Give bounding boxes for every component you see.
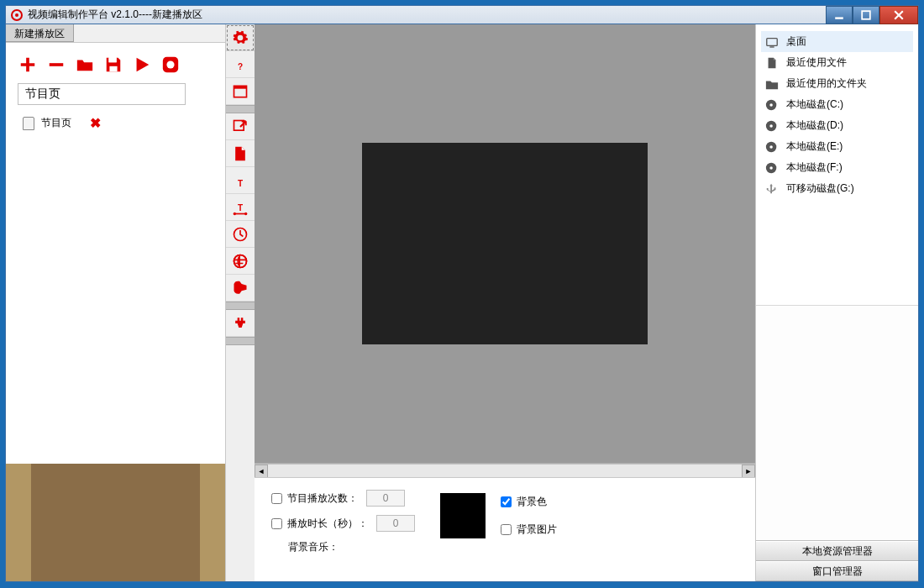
left-tab-strip: 新建播放区 [6, 24, 225, 43]
camera-tool[interactable] [226, 275, 255, 302]
file-tool[interactable] [226, 140, 255, 167]
disk-icon [764, 119, 780, 133]
horizontal-scrollbar[interactable]: ◄ ► [255, 464, 755, 477]
tree-item[interactable]: 可移动磁盘(G:) [761, 178, 913, 199]
bgcolor-swatch[interactable] [440, 493, 486, 538]
duration-checkbox[interactable] [271, 518, 282, 529]
app-logo-icon [11, 9, 23, 21]
local-resource-button[interactable]: 本地资源管理器 [756, 541, 918, 561]
svg-rect-4 [109, 66, 117, 71]
web-tool[interactable] [226, 248, 255, 275]
svg-text:T: T [238, 203, 243, 213]
window-tool[interactable] [226, 78, 255, 105]
svg-text:T: T [238, 178, 243, 187]
svg-point-27 [769, 166, 773, 170]
tree-item-label: 本地磁盘(D:) [786, 118, 843, 133]
play-area-tab[interactable]: 新建播放区 [6, 24, 74, 42]
properties-panel: 节目播放次数： 播放时长（秒）： 背景音乐： 背景色 [255, 477, 755, 581]
tree-item[interactable]: 最近使用文件 [761, 52, 913, 73]
left-toolbar [6, 43, 225, 81]
page-name-input[interactable] [18, 83, 186, 105]
text-tool[interactable]: T [226, 167, 255, 194]
page-item-label: 节目页 [41, 116, 71, 130]
maximize-button[interactable] [853, 6, 879, 24]
svg-point-25 [769, 145, 773, 149]
plugin-tool[interactable] [226, 310, 255, 337]
center-panel: ◄ ► 节目播放次数： 播放时长（秒）： 背景音乐： [255, 24, 755, 581]
bgimage-field[interactable]: 背景图片 [501, 522, 557, 537]
window-controls [826, 6, 918, 24]
svg-rect-3 [109, 58, 117, 63]
bgcolor-label: 背景色 [517, 495, 547, 509]
tree-item-label: 本地磁盘(F:) [786, 160, 843, 175]
duration-input [376, 515, 415, 532]
bgm-label: 背景音乐： [288, 540, 415, 554]
tree-item-label: 最近使用文件 [786, 55, 847, 70]
svg-rect-0 [835, 17, 843, 18]
page-list-item[interactable]: 节目页 ✖ [6, 110, 225, 136]
bgcolor-field[interactable]: 背景色 [501, 495, 557, 509]
disk-icon [764, 98, 780, 112]
tree-item[interactable]: 本地磁盘(E:) [761, 136, 913, 157]
scroll-right-icon[interactable]: ► [742, 465, 755, 478]
help-tool[interactable]: ? [226, 51, 255, 78]
play-button[interactable] [132, 55, 152, 75]
svg-point-21 [769, 103, 773, 107]
usb-icon [764, 182, 780, 196]
record-button[interactable] [160, 55, 181, 75]
monitor-icon [764, 35, 780, 49]
minimize-button[interactable] [826, 6, 853, 24]
window-manager-button[interactable]: 窗口管理器 [756, 561, 918, 581]
add-button[interactable] [18, 55, 38, 75]
bgimage-label: 背景图片 [517, 522, 557, 537]
svg-rect-18 [767, 38, 777, 45]
play-count-field[interactable]: 节目播放次数： [271, 490, 415, 507]
delete-page-icon[interactable]: ✖ [90, 115, 101, 131]
svg-point-6 [166, 60, 174, 68]
play-count-checkbox[interactable] [271, 493, 282, 504]
folder-icon [764, 77, 780, 91]
canvas-rect[interactable] [362, 143, 648, 344]
svg-rect-2 [50, 63, 64, 66]
play-count-label: 节目播放次数： [287, 491, 358, 506]
titlebar: 视频编辑制作平台 v2.1.0----新建播放区 [5, 5, 919, 24]
svg-point-23 [769, 124, 773, 128]
remove-button[interactable] [46, 55, 66, 75]
tree-item-label: 本地磁盘(E:) [786, 139, 843, 154]
disk-icon [764, 161, 780, 175]
tree-item-label: 最近使用的文件夹 [786, 76, 867, 91]
svg-text:?: ? [238, 61, 243, 71]
tree-item[interactable]: 最近使用的文件夹 [761, 73, 913, 94]
svg-rect-1 [862, 11, 870, 19]
settings-tool[interactable] [226, 24, 255, 51]
tree-item[interactable]: 本地磁盘(C:) [761, 94, 913, 115]
clock-tool[interactable] [226, 221, 255, 248]
resource-tree: 桌面最近使用文件最近使用的文件夹本地磁盘(C:)本地磁盘(D:)本地磁盘(E:)… [756, 24, 918, 305]
svg-rect-19 [769, 46, 774, 47]
text-style-tool[interactable]: T [226, 194, 255, 221]
resource-preview [756, 305, 918, 540]
window-title: 视频编辑制作平台 v2.1.0----新建播放区 [28, 8, 202, 22]
close-button[interactable] [879, 6, 918, 24]
scroll-left-icon[interactable]: ◄ [255, 465, 268, 478]
right-panel: 桌面最近使用文件最近使用的文件夹本地磁盘(C:)本地磁盘(D:)本地磁盘(E:)… [755, 24, 918, 581]
save-button[interactable] [103, 55, 123, 75]
tree-item[interactable]: 桌面 [761, 31, 913, 52]
canvas-area[interactable] [255, 24, 755, 464]
export-tool[interactable] [226, 113, 255, 140]
svg-rect-9 [234, 86, 247, 88]
file-icon [764, 56, 780, 70]
tree-item[interactable]: 本地磁盘(D:) [761, 115, 913, 136]
bgcolor-checkbox[interactable] [501, 496, 512, 507]
page-icon [23, 117, 34, 130]
tree-item-label: 桌面 [786, 34, 806, 49]
tree-item[interactable]: 本地磁盘(F:) [761, 157, 913, 178]
svg-point-14 [234, 212, 236, 214]
play-count-input [366, 490, 405, 507]
preview-strip [6, 464, 225, 581]
svg-rect-13 [234, 213, 245, 214]
tree-item-label: 本地磁盘(C:) [786, 97, 843, 112]
duration-field[interactable]: 播放时长（秒）： [271, 515, 415, 532]
open-button[interactable] [75, 55, 95, 75]
bgimage-checkbox[interactable] [501, 524, 512, 535]
